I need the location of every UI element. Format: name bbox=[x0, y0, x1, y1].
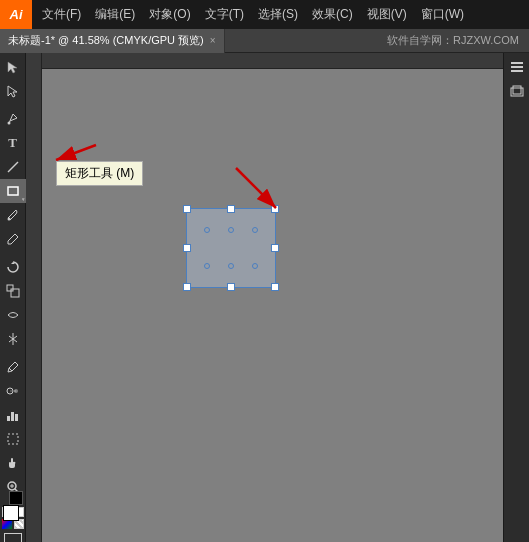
left-toolbar: T ▾ ▾ bbox=[0, 53, 26, 542]
line-tool[interactable] bbox=[0, 155, 26, 179]
title-bar: Ai 文件(F) 编辑(E) 对象(O) 文字(T) 选择(S) 效果(C) 视… bbox=[0, 0, 529, 29]
hand-tool[interactable] bbox=[0, 451, 26, 475]
layers-panel-button[interactable] bbox=[505, 80, 529, 104]
column-graph-tool[interactable] bbox=[0, 403, 26, 427]
dot1 bbox=[204, 227, 210, 233]
svg-rect-24 bbox=[513, 86, 521, 94]
artboard-tool[interactable] bbox=[0, 427, 26, 451]
warp-tool[interactable] bbox=[0, 303, 26, 327]
svg-point-0 bbox=[7, 122, 10, 125]
ruler-top bbox=[26, 53, 503, 69]
site-label: 软件自学网：RJZXW.COM bbox=[377, 33, 529, 48]
rectangle-tool[interactable]: ▾ ▾ bbox=[0, 179, 26, 203]
menu-effect[interactable]: 效果(C) bbox=[306, 4, 359, 25]
dot6 bbox=[252, 263, 258, 269]
menu-file[interactable]: 文件(F) bbox=[36, 4, 87, 25]
pen-tool[interactable] bbox=[0, 107, 26, 131]
rotate-tool[interactable] bbox=[0, 255, 26, 279]
svg-rect-11 bbox=[11, 412, 14, 421]
blend-tool[interactable] bbox=[0, 379, 26, 403]
svg-rect-12 bbox=[15, 414, 18, 421]
dot3 bbox=[252, 227, 258, 233]
tab-bar: 未标题-1* @ 41.58% (CMYK/GPU 预览) × 软件自学网：RJ… bbox=[0, 29, 529, 53]
menu-select[interactable]: 选择(S) bbox=[252, 4, 304, 25]
svg-rect-2 bbox=[8, 187, 18, 195]
stroke-color[interactable] bbox=[9, 491, 23, 505]
active-tab[interactable]: 未标题-1* @ 41.58% (CMYK/GPU 预览) × bbox=[0, 29, 225, 53]
normal-draw-button[interactable] bbox=[4, 533, 22, 542]
svg-rect-20 bbox=[511, 62, 523, 64]
direct-select-tool[interactable] bbox=[0, 79, 26, 103]
main-layout: T ▾ ▾ bbox=[0, 53, 529, 542]
paintbrush-tool[interactable] bbox=[0, 203, 26, 227]
arrow-indicator-1 bbox=[41, 140, 101, 170]
right-toolbar bbox=[503, 53, 529, 542]
svg-rect-21 bbox=[511, 66, 523, 68]
svg-rect-22 bbox=[511, 70, 523, 72]
menu-bar: 文件(F) 编辑(E) 对象(O) 文字(T) 选择(S) 效果(C) 视图(V… bbox=[32, 0, 470, 29]
tool-submenu-indicator: ▾ bbox=[22, 197, 25, 202]
menu-text[interactable]: 文字(T) bbox=[199, 4, 250, 25]
dot5 bbox=[228, 263, 234, 269]
fill-color[interactable] bbox=[3, 505, 19, 521]
tab-close-button[interactable]: × bbox=[210, 35, 216, 46]
properties-panel-button[interactable] bbox=[505, 55, 529, 79]
eyedropper-tool[interactable] bbox=[0, 355, 26, 379]
svg-line-1 bbox=[8, 162, 18, 172]
dot2 bbox=[228, 227, 234, 233]
width-tool[interactable] bbox=[0, 327, 26, 351]
selection-tool[interactable] bbox=[0, 55, 26, 79]
type-tool[interactable]: T bbox=[0, 131, 26, 155]
ai-logo: Ai bbox=[0, 0, 32, 29]
draw-mode-buttons bbox=[4, 533, 22, 542]
dot4 bbox=[204, 263, 210, 269]
ruler-left bbox=[26, 53, 42, 542]
menu-window[interactable]: 窗口(W) bbox=[415, 4, 470, 25]
svg-rect-10 bbox=[7, 416, 10, 421]
tab-title: 未标题-1* @ 41.58% (CMYK/GPU 预览) bbox=[8, 33, 204, 48]
menu-edit[interactable]: 编辑(E) bbox=[89, 4, 141, 25]
svg-rect-5 bbox=[11, 289, 19, 297]
svg-point-3 bbox=[7, 218, 10, 221]
svg-rect-13 bbox=[8, 434, 18, 444]
arrow-indicator-2 bbox=[226, 163, 306, 223]
menu-view[interactable]: 视图(V) bbox=[361, 4, 413, 25]
scale-tool[interactable] bbox=[0, 279, 26, 303]
menu-object[interactable]: 对象(O) bbox=[143, 4, 196, 25]
canvas-area: 矩形工具 (M) bbox=[26, 53, 503, 542]
svg-rect-4 bbox=[7, 285, 13, 291]
pencil-tool[interactable] bbox=[0, 227, 26, 251]
